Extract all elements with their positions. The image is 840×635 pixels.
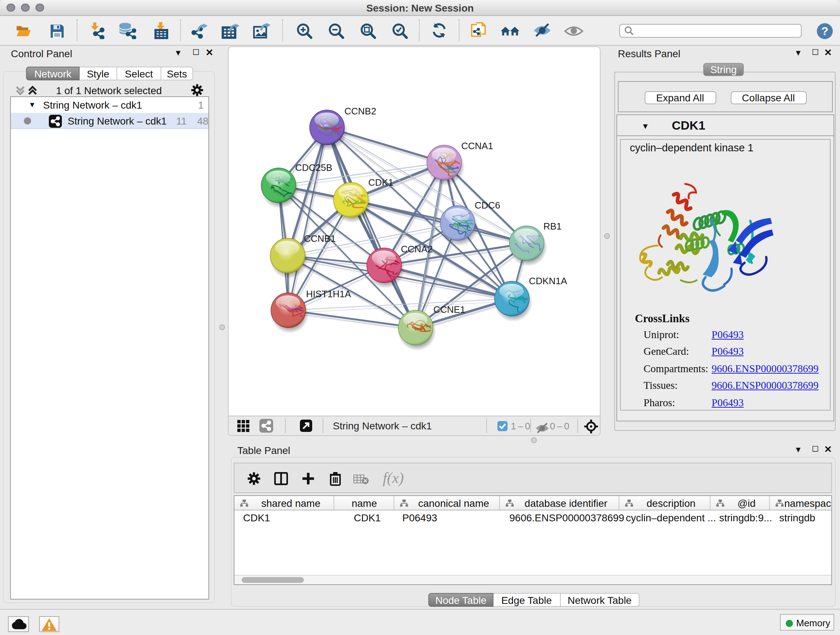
svg-text:CCNE1: CCNE1 — [433, 304, 465, 315]
svg-text:CDK1: CDK1 — [368, 177, 393, 187]
svg-text:HIST1H1A: HIST1H1A — [306, 288, 351, 299]
svg-text:CDKN1A: CDKN1A — [529, 275, 567, 286]
svg-text:RB1: RB1 — [543, 220, 562, 231]
svg-text:CDC6: CDC6 — [475, 200, 500, 211]
svg-text:CCNA1: CCNA1 — [461, 140, 493, 151]
svg-text:CCNB2: CCNB2 — [344, 105, 376, 116]
svg-text:CDC25B: CDC25B — [295, 162, 332, 173]
svg-text:CCNB1: CCNB1 — [304, 233, 336, 244]
svg-text:?: ? — [821, 25, 829, 38]
svg-text:CCNA2: CCNA2 — [401, 243, 433, 254]
